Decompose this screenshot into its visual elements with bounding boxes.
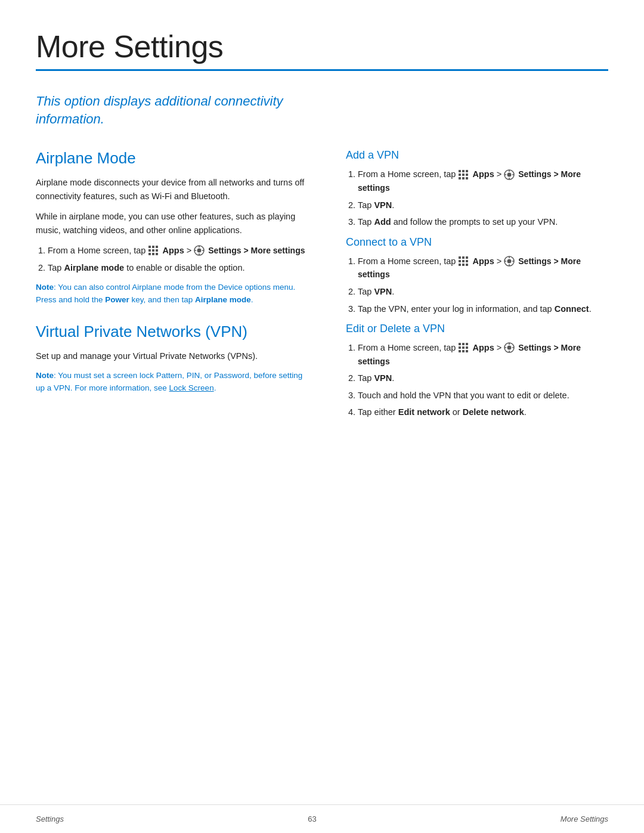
svg-rect-49 [462, 346, 465, 349]
note-power: Power [105, 295, 129, 304]
step1-settings-nav: Settings > More settings [208, 246, 305, 255]
airplane-step2: Tap Airplane mode to enable or disable t… [48, 261, 310, 274]
note-label: Note [36, 283, 54, 292]
apps-icon-right3 [458, 342, 469, 353]
vpn-note-label: Note [36, 371, 54, 380]
svg-rect-53 [466, 350, 468, 352]
airplane-note: Note: You can also control Airplane mode… [36, 281, 310, 306]
add-vpn-step2: Tap VPN. [358, 199, 608, 212]
step1-text: From a Home screen, tap [48, 246, 145, 255]
edit-step4: Tap either Edit network or Delete networ… [358, 405, 608, 419]
svg-rect-31 [462, 256, 465, 259]
svg-rect-5 [156, 249, 158, 252]
edit-step3: Touch and hold the VPN that you want to … [358, 389, 608, 402]
add-vpn-heading: Add a VPN [346, 149, 608, 162]
airplane-mode-steps: From a Home screen, tap [48, 244, 310, 274]
svg-rect-19 [462, 174, 465, 176]
add-vpn-section: Add a VPN From a Home screen, tap [346, 149, 608, 228]
add-vpn-step3: Tap Add and follow the prompts to set up… [358, 215, 608, 228]
note-text2: key, and then tap [129, 295, 195, 304]
footer-right: More Settings [561, 815, 608, 823]
connect-vpn-section: Connect to a VPN From a Home screen, tap [346, 236, 608, 315]
svg-rect-48 [459, 346, 461, 349]
edit-vpn-section: Edit or Delete a VPN From a Home screen,… [346, 323, 608, 419]
svg-rect-6 [148, 253, 151, 255]
right-column: Add a VPN From a Home screen, tap [346, 149, 608, 785]
svg-rect-4 [152, 249, 154, 252]
page-subtitle: This option displays additional connecti… [36, 92, 298, 128]
vpn-para1: Set up and manage your Virtual Private N… [36, 349, 310, 363]
svg-rect-16 [462, 170, 465, 172]
add-step1-apps: Apps [472, 169, 494, 179]
svg-rect-33 [459, 260, 461, 262]
svg-rect-30 [459, 256, 461, 259]
step1-apps-label: Apps [162, 246, 184, 255]
footer-page-number: 63 [308, 815, 316, 823]
edit-vpn-heading: Edit or Delete a VPN [346, 323, 608, 335]
settings-icon-right2 [504, 256, 515, 267]
svg-point-25 [507, 172, 512, 176]
svg-rect-34 [462, 260, 465, 262]
add-vpn-step1: From a Home screen, tap Ap [358, 168, 608, 194]
svg-rect-7 [152, 253, 154, 255]
airplane-mode-para2: While in airplane mode, you can use othe… [36, 210, 310, 237]
vpn-note-end: . [214, 383, 216, 392]
svg-rect-38 [466, 264, 468, 266]
svg-rect-23 [466, 177, 468, 179]
connect-step3: Tap the VPN, enter your log in informati… [358, 302, 608, 315]
vpn-heading: Virtual Private Networks (VPN) [36, 323, 310, 341]
note-end: . [251, 295, 253, 304]
svg-rect-37 [462, 264, 465, 266]
settings-icon-left1 [194, 245, 205, 256]
step2-prefix: Tap [48, 263, 64, 272]
step2-suffix: to enable or disable the option. [124, 263, 244, 272]
svg-rect-21 [459, 177, 461, 179]
svg-point-40 [507, 259, 512, 263]
svg-point-55 [507, 346, 512, 350]
connect-vpn-heading: Connect to a VPN [346, 236, 608, 249]
step1-arrow: > [187, 246, 194, 255]
svg-rect-47 [466, 343, 468, 345]
page-footer: Settings 63 More Settings [0, 804, 644, 833]
apps-icon [148, 245, 159, 256]
svg-rect-45 [459, 343, 461, 345]
airplane-mode-para1: Airplane mode disconnects your device fr… [36, 176, 310, 203]
footer-left: Settings [36, 815, 64, 823]
title-rule [36, 69, 608, 71]
note-airplane: Airplane mode [195, 295, 251, 304]
edit-vpn-steps: From a Home screen, tap Ap [358, 341, 608, 419]
svg-rect-20 [466, 174, 468, 176]
svg-rect-1 [152, 246, 154, 248]
svg-rect-3 [148, 249, 151, 252]
add-step1-text: From a Home screen, tap [358, 169, 456, 179]
vpn-section: Virtual Private Networks (VPN) Set up an… [36, 323, 310, 394]
settings-icon-right1 [504, 169, 515, 180]
settings-icon-right3 [504, 342, 515, 353]
left-column: Airplane Mode Airplane mode disconnects … [36, 149, 310, 785]
svg-rect-18 [459, 174, 461, 176]
svg-rect-8 [156, 253, 158, 255]
svg-rect-17 [466, 170, 468, 172]
svg-rect-36 [459, 264, 461, 266]
airplane-mode-heading: Airplane Mode [36, 149, 310, 168]
svg-point-10 [197, 249, 202, 253]
svg-rect-51 [459, 350, 461, 352]
vpn-note: Note: You must set a screen lock Pattern… [36, 370, 310, 394]
vpn-note-link[interactable]: Lock Screen [169, 383, 214, 392]
connect-step1: From a Home screen, tap Ap [358, 255, 608, 281]
airplane-step1: From a Home screen, tap [48, 244, 310, 258]
connect-vpn-steps: From a Home screen, tap Ap [358, 255, 608, 315]
apps-icon-right1 [458, 169, 469, 180]
connect-step2: Tap VPN. [358, 285, 608, 298]
page-title: More Settings [36, 29, 608, 64]
edit-step1: From a Home screen, tap Ap [358, 341, 608, 368]
apps-icon-right2 [458, 256, 469, 267]
svg-rect-0 [148, 246, 151, 248]
svg-rect-50 [466, 346, 468, 349]
svg-rect-32 [466, 256, 468, 259]
svg-rect-52 [462, 350, 465, 352]
airplane-mode-section: Airplane Mode Airplane mode disconnects … [36, 149, 310, 306]
svg-rect-46 [462, 343, 465, 345]
svg-rect-22 [462, 177, 465, 179]
svg-rect-35 [466, 260, 468, 262]
